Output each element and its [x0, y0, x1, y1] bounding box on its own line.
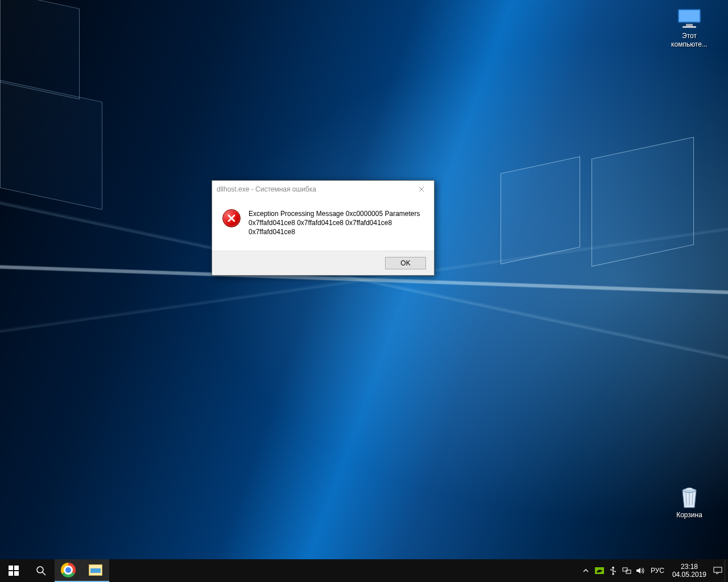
tray-nvidia[interactable]: [593, 559, 606, 582]
svg-point-9: [37, 567, 43, 573]
ok-button[interactable]: OK: [385, 257, 426, 269]
language-indicator[interactable]: РУС: [647, 559, 668, 582]
wallpaper-panes: [0, 0, 728, 559]
network-icon: [622, 567, 631, 575]
action-center-button[interactable]: [711, 559, 725, 582]
dialog-message-line: Exception Processing Message 0xc0000005 …: [249, 209, 424, 218]
desktop[interactable]: Этот компьюте... Корзина dllhost.exe - С…: [0, 0, 728, 559]
chrome-icon: [61, 563, 76, 577]
desktop-icon-label: Корзина: [676, 511, 702, 519]
clock-date: 04.05.2019: [672, 571, 706, 579]
clock[interactable]: 23:18 04.05.2019: [668, 559, 711, 582]
dialog-footer: OK: [212, 251, 434, 275]
tray-volume[interactable]: [634, 559, 647, 582]
dialog-titlebar[interactable]: dllhost.exe - Системная ошибка: [212, 181, 434, 198]
svg-rect-7: [9, 571, 13, 576]
file-explorer-icon: [89, 564, 102, 576]
taskbar-app-chrome[interactable]: [55, 559, 82, 582]
show-desktop-button[interactable]: [725, 559, 728, 582]
notification-icon: [713, 567, 722, 575]
svg-rect-13: [623, 568, 627, 571]
tray-network[interactable]: [620, 559, 634, 582]
svg-rect-15: [714, 567, 722, 572]
svg-rect-1: [679, 10, 700, 22]
tray-usb[interactable]: [606, 559, 620, 582]
tray-overflow-button[interactable]: [579, 559, 593, 582]
this-pc-icon: [676, 6, 703, 31]
svg-line-10: [43, 572, 46, 575]
search-button[interactable]: [27, 559, 55, 582]
clock-time: 23:18: [681, 563, 698, 571]
start-button[interactable]: [0, 559, 27, 582]
taskbar-spacer: [109, 559, 579, 582]
desktop-icon-label: Этот компьюте...: [665, 32, 713, 49]
windows-logo-icon: [9, 566, 19, 576]
taskbar: РУС 23:18 04.05.2019: [0, 559, 728, 582]
svg-rect-2: [686, 24, 693, 26]
dialog-body: Exception Processing Message 0xc0000005 …: [212, 198, 434, 251]
desktop-icon-this-pc[interactable]: Этот компьюте...: [665, 6, 713, 49]
search-icon: [36, 566, 46, 576]
dialog-title: dllhost.exe - Системная ошибка: [217, 185, 316, 193]
svg-rect-3: [682, 26, 696, 28]
wallpaper-rays: [0, 0, 728, 559]
svg-rect-6: [14, 566, 19, 570]
system-tray: РУС 23:18 04.05.2019: [579, 559, 728, 582]
nvidia-icon: [595, 567, 604, 574]
dialog-message-line: 0x7ffafd041ce8 0x7ffafd041ce8 0x7ffafd04…: [249, 218, 424, 236]
usb-icon: [609, 566, 617, 575]
svg-rect-8: [14, 571, 19, 576]
svg-point-12: [612, 573, 614, 575]
volume-icon: [636, 567, 645, 575]
svg-rect-5: [9, 566, 13, 570]
error-icon: [222, 209, 241, 227]
error-dialog: dllhost.exe - Системная ошибка Exception…: [212, 180, 435, 276]
close-button[interactable]: [408, 181, 434, 198]
svg-rect-14: [626, 570, 631, 573]
desktop-icon-recycle-bin[interactable]: Корзина: [665, 485, 713, 519]
dialog-message: Exception Processing Message 0xc0000005 …: [249, 209, 424, 237]
chevron-up-icon: [583, 568, 589, 573]
taskbar-app-explorer[interactable]: [82, 559, 109, 582]
recycle-bin-icon: [676, 485, 703, 510]
